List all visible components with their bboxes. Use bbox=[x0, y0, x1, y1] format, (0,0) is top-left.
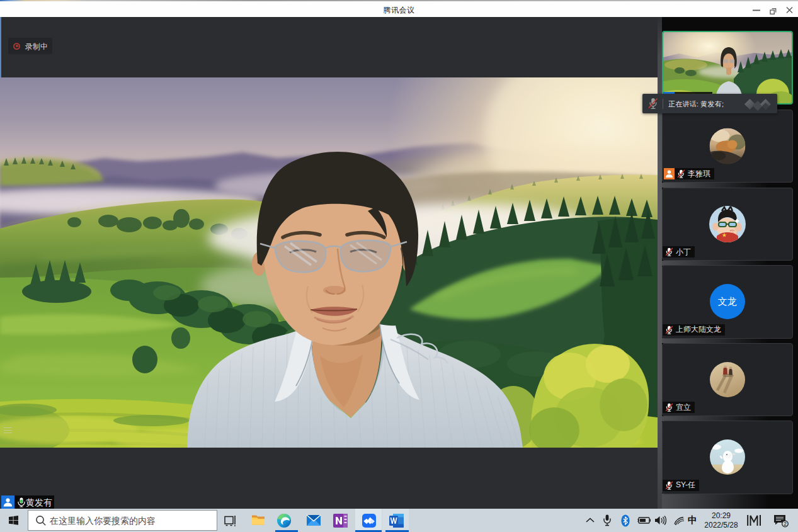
svg-text:2: 2 bbox=[784, 521, 787, 527]
